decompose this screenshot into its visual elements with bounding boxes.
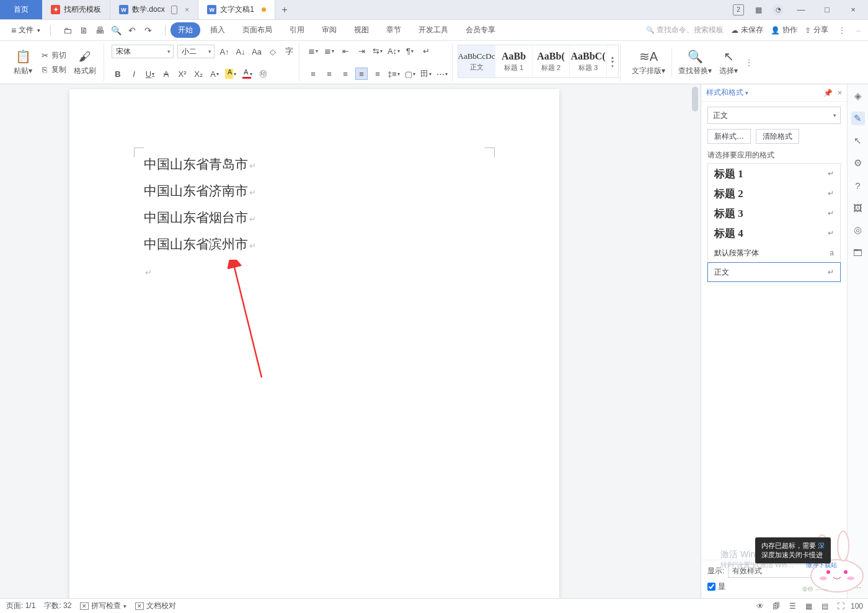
style-gallery-item[interactable]: AaBb(标题 2: [533, 45, 570, 77]
menu-tab-5[interactable]: 视图: [347, 22, 376, 38]
show-marks-button[interactable]: ↵: [420, 45, 432, 57]
style-list-item[interactable]: 标题 3↵: [708, 203, 840, 223]
qat-preview-icon[interactable]: 🔍: [110, 25, 122, 35]
more-menu-icon[interactable]: ⋮: [838, 26, 846, 35]
borders-button[interactable]: 田: [420, 68, 432, 80]
change-case-button[interactable]: Aa: [250, 45, 263, 58]
memory-toast[interactable]: 内存已超标，需要 深 深度加速关闭卡慢进: [755, 537, 831, 563]
pin-panel-icon[interactable]: 📌: [823, 89, 833, 97]
font-size-select[interactable]: 小二: [177, 45, 215, 58]
bullets-button[interactable]: ≣: [307, 45, 319, 57]
rail-image-icon[interactable]: 🖼: [851, 201, 865, 214]
align-justify-button[interactable]: ≡: [355, 68, 368, 80]
document-line[interactable]: 中国山东省滨州市: [144, 231, 485, 258]
status-words[interactable]: 字数: 32: [44, 601, 71, 611]
highlight-button[interactable]: [224, 68, 237, 80]
shading-button[interactable]: ▢: [404, 68, 416, 80]
subscript-button[interactable]: X₂: [192, 68, 205, 80]
qat-redo-icon[interactable]: ↷: [143, 25, 154, 35]
italic-button[interactable]: I: [128, 68, 140, 80]
scrollbar-thumb[interactable]: [692, 87, 698, 112]
close-window-button[interactable]: ×: [844, 5, 862, 14]
tab-current-doc[interactable]: W 文字文稿1: [198, 0, 275, 19]
enclose-char-button[interactable]: ㊞: [257, 68, 269, 80]
menu-tab-7[interactable]: 开发工具: [411, 22, 456, 38]
maximize-button[interactable]: □: [818, 5, 836, 14]
indent-inc-button[interactable]: ⇥: [355, 45, 368, 57]
status-zoom-value[interactable]: 100: [852, 601, 862, 611]
align-center-button[interactable]: ≡: [323, 68, 335, 80]
copy-button[interactable]: ⎘复制: [38, 64, 68, 76]
rail-settings-icon[interactable]: ⚙: [851, 156, 865, 170]
sort-button[interactable]: A↕: [388, 45, 400, 57]
rail-target-icon[interactable]: ◎: [851, 223, 865, 237]
qat-save-icon[interactable]: 🗀: [62, 25, 73, 35]
tab-home[interactable]: 首页: [0, 0, 42, 19]
minimize-button[interactable]: —: [792, 5, 810, 14]
menu-tab-3[interactable]: 引用: [282, 22, 312, 38]
style-gallery-item[interactable]: AaBb标题 1: [495, 45, 533, 77]
status-proof[interactable]: ✕文档校对: [135, 601, 176, 611]
paste-button[interactable]: 📋粘贴▾: [10, 46, 36, 79]
superscript-button[interactable]: X²: [176, 68, 188, 80]
underline-button[interactable]: U: [144, 68, 156, 80]
indent-dec-button[interactable]: ⇤: [339, 45, 352, 57]
document-line[interactable]: [144, 258, 485, 284]
clear-format-button[interactable]: ◇: [267, 45, 279, 58]
new-style-button[interactable]: 新样式…: [707, 129, 751, 144]
rail-help-icon[interactable]: ?: [851, 179, 865, 192]
clear-format-panel-button[interactable]: 清除格式: [756, 129, 799, 144]
document-line[interactable]: 中国山东省济南市: [144, 178, 485, 205]
new-tab-button[interactable]: +: [275, 0, 294, 19]
style-gallery-item[interactable]: AaBbC(标题 3: [570, 45, 607, 77]
style-list-item[interactable]: 正文↵: [707, 262, 841, 282]
status-fit-icon[interactable]: ⛶: [836, 601, 846, 611]
grow-font-button[interactable]: A↑: [218, 45, 231, 58]
align-distribute-button[interactable]: ≡: [371, 68, 384, 80]
find-replace-button[interactable]: 🔍查找替换▾: [675, 46, 715, 79]
style-list-item[interactable]: 默认段落字体a: [708, 243, 840, 263]
font-name-select[interactable]: 宋体: [112, 45, 174, 58]
ribbon-more-icon[interactable]: ⋮: [745, 58, 753, 67]
status-page[interactable]: 页面: 1/1: [6, 601, 35, 611]
qat-undo-icon[interactable]: ↶: [126, 25, 138, 35]
rail-doc-icon[interactable]: 🗔: [851, 245, 865, 259]
styles-more-button[interactable]: ▲▼▾: [607, 55, 618, 68]
panel-title[interactable]: 样式和格式: [706, 87, 748, 98]
menu-tab-4[interactable]: 审阅: [314, 22, 344, 38]
close-tab-icon[interactable]: ×: [185, 5, 190, 14]
menu-tab-1[interactable]: 插入: [203, 22, 232, 38]
status-eye-icon[interactable]: 👁: [755, 601, 765, 611]
user-avatar-icon[interactable]: ◔: [773, 4, 784, 15]
document-line[interactable]: 中国山东省烟台市: [144, 205, 485, 231]
close-panel-icon[interactable]: ×: [838, 89, 842, 97]
collapse-ribbon-icon[interactable]: ︿: [856, 26, 862, 35]
current-style-select[interactable]: 正文: [707, 107, 841, 124]
font-color-button[interactable]: [241, 68, 253, 80]
status-print-layout-icon[interactable]: ▤: [820, 601, 830, 611]
status-spellcheck[interactable]: ✕拼写检查▾: [80, 601, 126, 611]
select-button[interactable]: ↖选择▾: [715, 46, 742, 79]
rail-edit-icon[interactable]: ✎: [851, 112, 865, 125]
symbol-button[interactable]: ¶: [404, 45, 416, 57]
menu-tab-8[interactable]: 会员专享: [458, 22, 503, 38]
align-right-button[interactable]: ≡: [339, 68, 352, 80]
strike-button[interactable]: A: [160, 68, 172, 80]
file-menu-button[interactable]: 文件: [6, 22, 45, 38]
document-area[interactable]: 中国山东省青岛市 中国山东省济南市 中国山东省烟台市 中国山东省滨州市: [0, 84, 701, 598]
rail-diamond-icon[interactable]: ◈: [851, 89, 865, 103]
status-web-icon[interactable]: ▦: [804, 601, 813, 611]
qat-print-icon[interactable]: 🖶: [94, 25, 105, 35]
badge-icon[interactable]: 2: [733, 4, 744, 15]
menu-tab-0[interactable]: 开始: [170, 22, 200, 38]
tab-templates[interactable]: ✦ 找稻壳模板: [42, 0, 110, 19]
style-list-item[interactable]: 标题 1↵: [708, 164, 840, 183]
share-button[interactable]: ⇪分享: [805, 25, 828, 35]
unsaved-button[interactable]: ☁未保存: [731, 25, 763, 35]
style-gallery-item[interactable]: AaBbCcDc正文: [458, 45, 495, 77]
shrink-font-button[interactable]: A↓: [234, 45, 247, 58]
status-outline-icon[interactable]: ☰: [787, 601, 797, 611]
cut-button[interactable]: ✂剪切: [38, 50, 68, 61]
rail-cursor-icon[interactable]: ↖: [851, 134, 865, 148]
apps-grid-icon[interactable]: ▦: [753, 4, 764, 15]
